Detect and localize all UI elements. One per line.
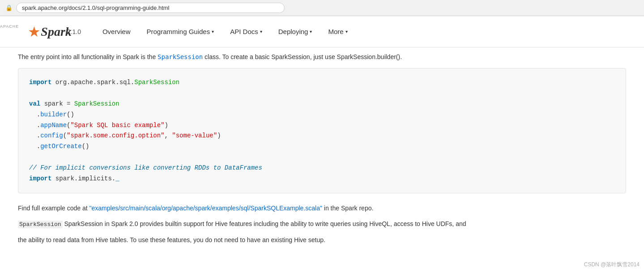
main-content: The entry point into all functionality i… — [0, 47, 644, 247]
nav-item-programming-guides[interactable]: Programming Guides ▾ — [138, 16, 222, 47]
nav-more-label: More — [328, 28, 343, 35]
sparksession-desc-paragraph-2: the ability to read data from Hive table… — [18, 232, 626, 247]
spark-star-icon: ★ — [28, 25, 41, 39]
code-line-3: val spark = SparkSession — [29, 99, 615, 110]
code-line-7: .getOrCreate() — [29, 141, 615, 152]
find-example-paragraph: Find full example code at "examples/src/… — [18, 200, 626, 216]
lock-icon: 🔒 — [5, 4, 13, 11]
code-line-9: // For implicit conversions like convert… — [29, 163, 615, 174]
nav-bar: APACHE ★ Spark 2.1.0 Overview Programmin… — [0, 16, 644, 47]
nav-deploying-label: Deploying — [278, 28, 308, 35]
chevron-down-icon: ▾ — [345, 29, 348, 34]
sparksession-desc-paragraph: SparkSession SparkSession in Spark 2.0 p… — [18, 216, 626, 232]
logo-area: APACHE ★ Spark 2.1.0 — [9, 25, 81, 39]
nav-programming-guides-label: Programming Guides — [146, 28, 210, 35]
main-nav: Overview Programming Guides ▾ API Docs ▾… — [94, 16, 356, 47]
chevron-down-icon: ▾ — [310, 29, 312, 34]
code-line-5: .appName("Spark SQL basic example") — [29, 120, 615, 131]
chevron-down-icon: ▾ — [260, 29, 262, 34]
code-line-8 — [29, 152, 615, 163]
desc-text-2: the ability to read data from Hive table… — [18, 236, 325, 243]
sparksession-link[interactable]: SparkSession — [158, 53, 203, 60]
nav-overview-label: Overview — [102, 28, 131, 35]
nav-item-deploying[interactable]: Deploying ▾ — [270, 16, 320, 47]
code-line-2 — [29, 88, 615, 99]
code-block: import org.apache.spark.sql.SparkSession… — [18, 68, 626, 193]
nav-api-docs-label: API Docs — [230, 28, 258, 35]
nav-item-overview[interactable]: Overview — [94, 16, 139, 47]
url-bar[interactable]: spark.apache.org/docs/2.1.0/sql-programm… — [16, 3, 285, 13]
example-file-link[interactable]: "examples/src/main/scala/org/apache/spar… — [90, 205, 322, 212]
spark-logo: APACHE ★ Spark 2.1.0 — [9, 25, 81, 39]
spark-brand-label: Spark — [41, 25, 71, 39]
desc-text-1: SparkSession in Spark 2.0 provides built… — [64, 220, 466, 227]
chevron-down-icon: ▾ — [212, 29, 214, 34]
find-text-suffix: in the Spark repo. — [322, 205, 373, 212]
code-line-4: .builder() — [29, 110, 615, 120]
code-line-6: .config("spark.some.config.option", "som… — [29, 131, 615, 141]
code-line-10: import spark.implicits._ — [29, 174, 615, 184]
nav-item-api-docs[interactable]: API Docs ▾ — [222, 16, 270, 47]
browser-bar: 🔒 spark.apache.org/docs/2.1.0/sql-progra… — [0, 0, 644, 16]
nav-item-more[interactable]: More ▾ — [320, 16, 355, 47]
intro-paragraph: The entry point into all functionality i… — [18, 47, 626, 68]
find-text-prefix: Find full example code at — [18, 205, 90, 212]
sparksession-code: SparkSession — [18, 221, 63, 228]
code-line-1: import org.apache.spark.sql.SparkSession — [29, 77, 615, 88]
apache-label: APACHE — [0, 24, 19, 29]
